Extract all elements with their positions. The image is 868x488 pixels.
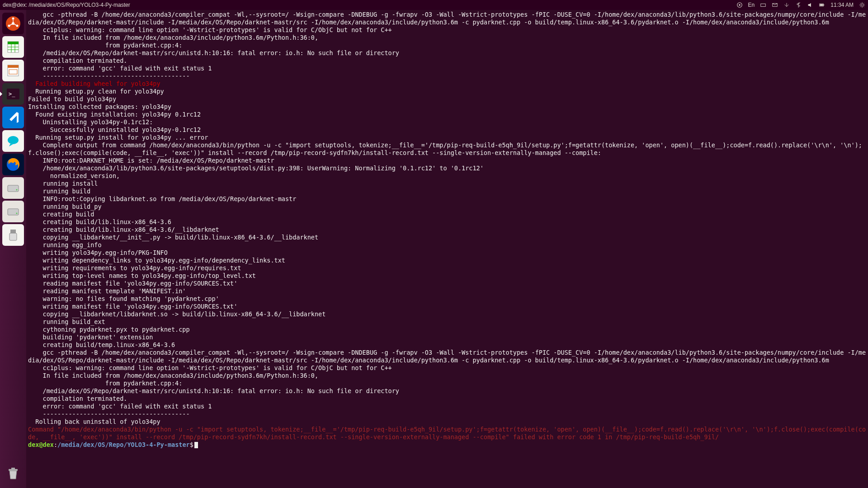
- network-icon[interactable]: [783, 2, 790, 8]
- terminal-line: error: command 'gcc' failed with exit st…: [28, 65, 866, 72]
- terminal-line: creating build/lib.linux-x86_64-3.6/__li…: [28, 226, 866, 234]
- launcher-libreoffice-calc[interactable]: [2, 36, 24, 58]
- launcher-dash[interactable]: [2, 13, 24, 34]
- launcher-firefox[interactable]: [2, 154, 24, 175]
- terminal-line: /home/dex/anaconda3/lib/python3.6/site-p…: [28, 164, 866, 172]
- terminal-line: writing dependency_links to yolo34py.egg…: [28, 257, 866, 264]
- terminal-line: Successfully uninstalled yolo34py-0.1rc1…: [28, 126, 866, 134]
- terminal-line: In file included from /home/dex/anaconda…: [28, 372, 866, 380]
- terminal-line: gcc -pthread -B /home/dex/anaconda3/comp…: [28, 11, 866, 26]
- svg-point-24: [16, 213, 18, 214]
- terminal-line: running build: [28, 188, 866, 195]
- terminal-line: reading manifest file 'yolo34py.egg-info…: [28, 280, 866, 287]
- launcher-terminal[interactable]: >_: [2, 83, 24, 105]
- terminal-line: writing yolo34py.egg-info/PKG-INFO: [28, 249, 866, 257]
- terminal-line: ----------------------------------------: [28, 410, 866, 418]
- svg-rect-21: [8, 185, 19, 192]
- terminal-line: Uninstalling yolo34py-0.1rc12:: [28, 118, 866, 126]
- terminal-line: running build_ext: [28, 318, 866, 326]
- svg-rect-23: [8, 209, 19, 215]
- svg-rect-5: [820, 4, 823, 6]
- terminal-line: Failed building wheel for yolo34py: [28, 80, 866, 88]
- terminal-line: Installing collected packages: yolo34py: [28, 103, 866, 111]
- terminal-line: creating build: [28, 211, 866, 218]
- terminal-line: Running setup.py clean for yolo34py: [28, 88, 866, 95]
- battery-icon[interactable]: [819, 2, 825, 8]
- terminal-line: copying __libdarknet/libdarknet.so -> bu…: [28, 310, 866, 318]
- messages-icon[interactable]: [772, 2, 778, 8]
- prompt-colon: :: [54, 441, 57, 448]
- svg-text:>_: >_: [9, 91, 15, 97]
- terminal-line: INFO:root:Copying libdarknet.so from /me…: [28, 195, 866, 203]
- settings-gear-icon[interactable]: [859, 2, 865, 8]
- terminal-line: copying __libdarknet/__init__.py -> buil…: [28, 234, 866, 241]
- unity-launcher: >_: [0, 10, 26, 488]
- cursor: [194, 442, 198, 448]
- terminal-line: reading manifest template 'MANIFEST.in': [28, 287, 866, 295]
- terminal-line: ----------------------------------------: [28, 72, 866, 80]
- svg-point-1: [739, 4, 741, 6]
- svg-rect-2: [761, 4, 766, 6]
- prompt-dollar: $: [190, 441, 193, 448]
- terminal-line: building 'pydarknet' extension: [28, 333, 866, 341]
- terminal-line: error: command 'gcc' failed with exit st…: [28, 403, 866, 410]
- terminal-line: creating build/lib.linux-x86_64-3.6: [28, 218, 866, 226]
- terminal-line: running build_py: [28, 203, 866, 211]
- svg-rect-4: [824, 5, 825, 5]
- launcher-drive-2[interactable]: [2, 201, 24, 222]
- terminal-line: cythoning pydarknet.pyx to pydarknet.cpp: [28, 326, 866, 333]
- notification-icon[interactable]: [736, 2, 743, 8]
- terminal-line: /media/dex/OS/Repo/darknet-mastr/src/uni…: [28, 387, 866, 395]
- terminal-line: writing requirements to yolo34py.egg-inf…: [28, 264, 866, 272]
- prompt-user: dex@dex: [28, 441, 54, 448]
- terminal-line: writing top-level names to yolo34py.egg-…: [28, 272, 866, 280]
- svg-point-11: [16, 25, 19, 27]
- svg-point-19: [8, 136, 19, 144]
- svg-rect-15: [8, 65, 19, 68]
- top-panel: dex@dex: /media/dex/OS/Repo/YOLO3-4-Py-m…: [0, 0, 868, 10]
- svg-point-6: [861, 4, 863, 6]
- volume-icon[interactable]: [807, 2, 813, 8]
- system-tray: En 11:34 AM: [736, 2, 865, 8]
- terminal-line: Command "/home/dex/anaconda3/bin/python …: [28, 426, 866, 441]
- terminal-line: writing manifest file 'yolo34py.egg-info…: [28, 303, 866, 310]
- launcher-usb[interactable]: [2, 224, 24, 246]
- terminal-line: creating build/temp.linux-x86_64-3.6: [28, 341, 866, 349]
- terminal-line: from pydarknet.cpp:4:: [28, 42, 866, 49]
- terminal-line: Failed to build yolo34py: [28, 95, 866, 103]
- svg-rect-25: [10, 230, 16, 233]
- keyboard-layout[interactable]: En: [748, 2, 755, 8]
- terminal-line: Found existing installation: yolo34py 0.…: [28, 111, 866, 118]
- launcher-drive-1[interactable]: [2, 177, 24, 199]
- terminal-line: Running setup.py install for yolo34py ..…: [28, 134, 866, 141]
- svg-rect-28: [11, 468, 15, 469]
- terminal-line: /media/dex/OS/Repo/darknet-mastr/src/uni…: [28, 49, 866, 57]
- terminal-line: cc1plus: warning: command line option '-…: [28, 364, 866, 372]
- terminal-line: cc1plus: warning: command line option '-…: [28, 26, 866, 34]
- launcher-chat[interactable]: [2, 130, 24, 152]
- bluetooth-icon[interactable]: [795, 2, 802, 8]
- launcher-trash[interactable]: [2, 463, 24, 484]
- launcher-libreoffice-impress[interactable]: [2, 60, 24, 81]
- prompt-path: /media/dex/OS/Repo/YOLO3-4-Py-master: [57, 441, 190, 448]
- window-title: dex@dex: /media/dex/OS/Repo/YOLO3-4-Py-m…: [3, 2, 736, 8]
- terminal-line: compilation terminated.: [28, 57, 866, 65]
- terminal-line: normalized_version,: [28, 172, 866, 180]
- dropbox-icon[interactable]: [760, 2, 766, 8]
- terminal-prompt[interactable]: dex@dex:/media/dex/OS/Repo/YOLO3-4-Py-ma…: [28, 441, 866, 449]
- clock[interactable]: 11:34 AM: [830, 2, 854, 8]
- svg-rect-26: [9, 233, 17, 240]
- terminal-line: Rolling back uninstall of yolo34py: [28, 418, 866, 426]
- terminal-line: running install: [28, 180, 866, 188]
- svg-rect-13: [8, 42, 19, 44]
- svg-point-9: [12, 18, 14, 20]
- terminal-line: warning: no files found matching 'pydark…: [28, 295, 866, 303]
- svg-point-10: [8, 25, 10, 27]
- launcher-vscode[interactable]: [2, 107, 24, 128]
- svg-point-8: [12, 22, 14, 25]
- svg-rect-27: [9, 469, 18, 471]
- terminal-line: compilation terminated.: [28, 395, 866, 403]
- terminal-line: INFO:root:DARKNET_HOME is set: /media/de…: [28, 157, 866, 164]
- svg-point-22: [16, 189, 18, 191]
- terminal-viewport[interactable]: gcc -pthread -B /home/dex/anaconda3/comp…: [26, 10, 868, 488]
